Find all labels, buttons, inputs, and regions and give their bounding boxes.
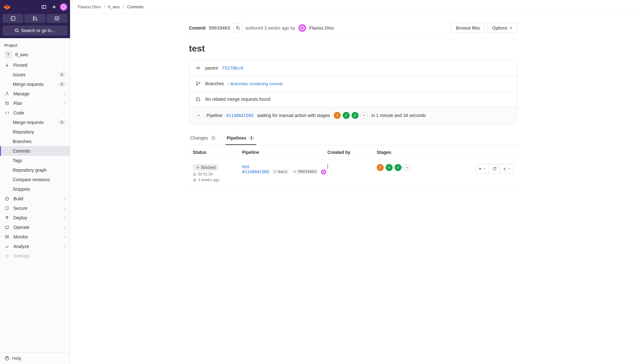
search-label: Search or go to... bbox=[21, 28, 55, 33]
main-content: Flavius Dinu / tf_aws / Commits Commit 9… bbox=[70, 0, 636, 364]
nav-secure[interactable]: Secure› bbox=[0, 203, 70, 213]
stage-success[interactable]: ✓ bbox=[395, 164, 402, 171]
author-name[interactable]: Flavius Dinu bbox=[309, 25, 334, 31]
search-button[interactable]: Search or go to... bbox=[3, 25, 67, 36]
branches-containing-link[interactable]: ›Branches containing commit bbox=[228, 81, 283, 86]
svg-point-25 bbox=[197, 67, 199, 69]
branch-icon bbox=[274, 170, 277, 173]
nav-plan[interactable]: Plan› bbox=[0, 99, 70, 108]
parent-sha-link[interactable]: 75270bc0 bbox=[222, 65, 243, 71]
breadcrumb-project[interactable]: tf_aws bbox=[108, 4, 120, 9]
retry-icon bbox=[492, 167, 497, 171]
svg-point-7 bbox=[33, 19, 34, 20]
th-created: Created by bbox=[327, 150, 377, 155]
nav-code[interactable]: Code⌄ bbox=[0, 108, 70, 118]
sidebar-item-snippets[interactable]: Snippets bbox=[0, 184, 70, 194]
sha-badge[interactable]: 990104b5 bbox=[292, 169, 318, 174]
svg-point-42 bbox=[274, 171, 275, 171]
tab-pipelines[interactable]: Pipelines1 bbox=[226, 132, 256, 145]
status-badge[interactable]: Blocked bbox=[193, 164, 219, 171]
options-button[interactable]: Options bbox=[487, 23, 517, 33]
svg-rect-16 bbox=[5, 226, 9, 229]
nav-operate[interactable]: Operate› bbox=[0, 223, 70, 232]
project-item[interactable]: T tf_aws bbox=[0, 49, 70, 60]
sidebar-item-repo-graph[interactable]: Repository graph bbox=[0, 165, 70, 175]
svg-rect-38 bbox=[193, 179, 196, 181]
svg-point-36 bbox=[198, 167, 199, 168]
pipeline-title-link[interactable]: test bbox=[242, 164, 249, 169]
sidebar-item-repository[interactable]: Repository bbox=[0, 127, 70, 137]
stage-success[interactable]: ✓ bbox=[352, 112, 359, 119]
pipeline-link[interactable]: #1146641565 bbox=[226, 113, 254, 118]
nav-deploy[interactable]: Deploy› bbox=[0, 213, 70, 223]
copy-sha-button[interactable] bbox=[234, 24, 242, 32]
nav-analyze[interactable]: Analyze› bbox=[0, 242, 70, 251]
chevron-down-icon bbox=[508, 168, 510, 170]
deploy-icon bbox=[4, 215, 10, 220]
sidebar-item-compare[interactable]: Compare revisions bbox=[0, 175, 70, 184]
chevron-down-icon bbox=[509, 26, 513, 30]
stage-skipped[interactable] bbox=[360, 112, 367, 119]
breadcrumbs: Flavius Dinu / tf_aws / Commits bbox=[70, 0, 636, 14]
ref-badge[interactable]: main bbox=[272, 169, 290, 174]
duration: 00:01:34 bbox=[193, 172, 242, 176]
chevron-right-icon: › bbox=[64, 244, 66, 249]
sidebar-item-commits[interactable]: Commits bbox=[0, 146, 70, 156]
commit-author-avatar[interactable] bbox=[321, 169, 326, 175]
run-button[interactable] bbox=[475, 164, 489, 174]
sidebar-item-merge-requests[interactable]: Merge requests0 bbox=[0, 79, 70, 89]
help-link[interactable]: Help bbox=[0, 352, 70, 364]
chevron-right-icon: › bbox=[64, 225, 66, 230]
sidebar-item-code-mr[interactable]: Merge requests0 bbox=[0, 118, 70, 127]
parent-row: parent 75270bc0 bbox=[189, 60, 517, 76]
sidebar-item-issues[interactable]: Issues0 bbox=[0, 70, 70, 79]
pipeline-id-link[interactable]: #1146641565 bbox=[242, 169, 269, 174]
chevron-right-icon: › bbox=[64, 92, 66, 96]
svg-point-33 bbox=[199, 100, 200, 101]
retry-button[interactable] bbox=[489, 164, 500, 174]
nav-pinned[interactable]: Pinned ⌄ bbox=[0, 60, 70, 70]
pipeline-row: Pipeline #1146641565 waiting for manual … bbox=[189, 107, 517, 124]
nav-settings[interactable]: Settings› bbox=[0, 251, 70, 261]
sidebar-toggle-icon[interactable] bbox=[39, 3, 48, 11]
stage-skipped[interactable] bbox=[403, 164, 410, 171]
merge-request-icon bbox=[195, 96, 201, 102]
stage-warning[interactable]: ! bbox=[377, 164, 384, 171]
build-icon bbox=[4, 196, 10, 201]
tab-changes[interactable]: Changes1 bbox=[189, 132, 218, 145]
download-button[interactable] bbox=[500, 164, 514, 174]
help-icon bbox=[4, 356, 10, 361]
nav-build[interactable]: Build› bbox=[0, 194, 70, 203]
svg-point-31 bbox=[197, 98, 198, 99]
stage-success[interactable]: ✓ bbox=[343, 112, 350, 119]
svg-point-48 bbox=[407, 167, 408, 168]
todos-shortcut[interactable] bbox=[47, 14, 67, 23]
browse-files-button[interactable]: Browse files bbox=[451, 23, 485, 33]
issues-shortcut[interactable] bbox=[3, 14, 23, 23]
pipeline-status-text: waiting for manual action with stages bbox=[257, 113, 330, 118]
user-avatar[interactable] bbox=[60, 3, 67, 11]
gitlab-logo[interactable] bbox=[3, 3, 11, 11]
breadcrumb-owner[interactable]: Flavius Dinu bbox=[78, 4, 101, 9]
creator-avatar[interactable] bbox=[327, 164, 328, 169]
commit-icon bbox=[195, 65, 201, 71]
sidebar-item-branches[interactable]: Branches bbox=[0, 137, 70, 146]
branches-label: Branches bbox=[205, 81, 224, 86]
chevron-down-icon bbox=[483, 168, 486, 170]
nav-manage[interactable]: Manage› bbox=[0, 89, 70, 99]
svg-point-43 bbox=[274, 172, 275, 173]
merge-requests-shortcut[interactable] bbox=[24, 14, 45, 23]
nav-monitor[interactable]: Monitor› bbox=[0, 232, 70, 242]
stage-success[interactable]: ✓ bbox=[386, 164, 393, 171]
stage-warning[interactable]: ! bbox=[334, 112, 341, 119]
svg-point-35 bbox=[364, 115, 365, 116]
sidebar-item-tags[interactable]: Tags bbox=[0, 156, 70, 165]
svg-line-11 bbox=[18, 31, 19, 32]
author-avatar[interactable] bbox=[298, 24, 306, 32]
plus-icon[interactable] bbox=[50, 3, 59, 11]
operate-icon bbox=[4, 225, 10, 230]
pipeline-stages: ! ✓ ✓ bbox=[334, 112, 367, 119]
chevron-down-icon: ⌄ bbox=[62, 111, 66, 115]
gear-icon bbox=[4, 253, 10, 258]
project-avatar: T bbox=[4, 51, 12, 58]
